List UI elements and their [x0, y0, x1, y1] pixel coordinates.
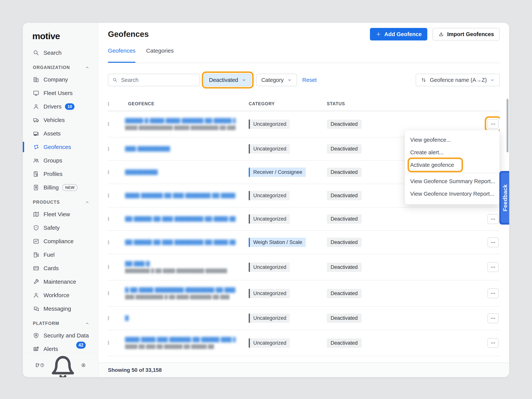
sidebar-item-workforce[interactable]: Workforce	[23, 288, 98, 302]
menu-item-create-alert[interactable]: Create alert...	[405, 146, 500, 159]
logbook-icon[interactable]	[35, 361, 40, 369]
sidebar-item-label: Drivers	[44, 103, 62, 110]
sidebar-item-fuel[interactable]: Fuel	[23, 248, 98, 261]
geofence-address-redacted: ████ ██ ███ ██ ██████ ██ █████ ██	[125, 344, 236, 349]
row-actions-button[interactable]	[488, 238, 499, 247]
menu-item-view-geofence-inventory-report[interactable]: View Geofence Inventory Report...	[405, 188, 500, 200]
sidebar-item-geofences[interactable]: Geofences	[23, 140, 98, 154]
ellipsis-icon	[490, 340, 496, 346]
import-geofences-button[interactable]: Import Geofences	[433, 28, 500, 40]
row-checkbox[interactable]	[108, 122, 109, 126]
sidebar-section-organization[interactable]: ORGANIZATION	[23, 62, 98, 73]
notifications-button[interactable]: 42	[45, 347, 81, 377]
search-input[interactable]	[121, 77, 195, 83]
geofence-name-link-redacted[interactable]: ██ █████ ██ ███ ████████ ██ ████ ██	[125, 240, 236, 245]
menu-item-view-geofence[interactable]: View geofence...	[405, 133, 500, 146]
sidebar-item-billing[interactable]: BillingNEW	[23, 181, 98, 194]
filter-bar: Deactivated Category Reset Geofence name…	[108, 71, 500, 89]
sidebar-item-security-and-data[interactable]: Security and Data	[23, 329, 98, 342]
row-actions-button[interactable]	[488, 288, 499, 298]
geofence-name-link-redacted[interactable]: █	[125, 315, 236, 321]
add-geofence-button[interactable]: Add Geofence	[370, 28, 428, 40]
row-actions-button[interactable]	[488, 119, 499, 129]
geofence-name-link-redacted[interactable]: █ ██ ████ ████████ ████████ ██ ███	[125, 287, 236, 293]
sidebar-item-messaging[interactable]: Messaging	[23, 302, 98, 315]
menu-item-activate-geofence[interactable]: Activate geofence	[405, 159, 500, 171]
category-filter-label: Category	[261, 77, 284, 83]
table-row	[108, 356, 500, 362]
doc-gear-icon	[33, 171, 39, 177]
sidebar-item-safety[interactable]: Safety	[23, 221, 98, 234]
row-checkbox[interactable]	[108, 147, 109, 151]
row-checkbox[interactable]	[108, 341, 109, 345]
table-row: ████ ████ ███ ██████ ██ █████ ███ ██████…	[108, 330, 500, 356]
monitor-icon	[33, 90, 39, 96]
sort-dropdown[interactable]: Geofence name (A→Z)	[416, 74, 500, 86]
sidebar-item-assets[interactable]: Assets	[23, 127, 98, 140]
tab-categories[interactable]: Categories	[146, 48, 174, 63]
sidebar-item-search[interactable]: Search	[23, 46, 98, 59]
sidebar-item-company[interactable]: Company	[23, 73, 98, 86]
search-input-box[interactable]	[108, 74, 200, 86]
sidebar-item-groups[interactable]: Groups	[23, 154, 98, 167]
status-filter-dropdown[interactable]: Deactivated	[204, 74, 251, 86]
sidebar-item-compliance[interactable]: Compliance	[23, 234, 98, 248]
map-icon	[33, 211, 39, 218]
category-filter-dropdown[interactable]: Category	[256, 74, 297, 86]
geofence-name-link-redacted[interactable]: ██ █████ ██ ███ ████████ ██ ████ ██	[125, 216, 236, 222]
account-icon[interactable]	[81, 361, 86, 369]
category-badge: Uncategorized	[249, 191, 290, 200]
row-actions-button[interactable]	[488, 313, 499, 323]
select-all-checkbox[interactable]	[108, 102, 109, 106]
sidebar-section-products[interactable]: PRODUCTS	[23, 197, 98, 208]
row-checkbox[interactable]	[108, 291, 109, 295]
category-badge: Uncategorized	[249, 214, 290, 224]
help-icon[interactable]	[40, 361, 44, 369]
geofence-name-link-redacted[interactable]: █████████	[125, 170, 236, 175]
geofence-name-link-redacted[interactable]: ███ █████████	[125, 146, 236, 152]
row-checkbox[interactable]	[108, 193, 109, 198]
sidebar-item-fleet-users[interactable]: Fleet Users	[23, 86, 98, 100]
geofence-name-link-redacted[interactable]: █████ █ ████ ████ ██████ ██ █████ ███	[125, 118, 236, 124]
table-row: ██ ███ █████████ █ ██ ████ █████████ ███…	[108, 254, 500, 280]
reset-filters-link[interactable]: Reset	[302, 77, 317, 83]
row-checkbox[interactable]	[108, 170, 109, 174]
sidebar-item-profiles[interactable]: Profiles	[23, 167, 98, 181]
person-icon	[33, 103, 39, 110]
sidebar-item-label: Search	[44, 50, 62, 56]
sidebar-item-drivers[interactable]: Drivers10	[23, 100, 98, 113]
tab-geofences[interactable]: Geofences	[108, 48, 135, 63]
row-checkbox[interactable]	[108, 316, 109, 320]
row-actions-button[interactable]	[488, 262, 499, 272]
row-actions-button[interactable]	[488, 214, 499, 224]
sidebar-section-platform[interactable]: PLATFORM	[23, 318, 98, 329]
chevron-down-icon	[241, 77, 247, 82]
sort-arrows-icon	[421, 77, 427, 83]
highlight-ring-status-filter: Deactivated	[202, 71, 254, 89]
column-header-status: STATUS	[327, 101, 488, 106]
sidebar-item-vehicles[interactable]: Vehicles	[23, 113, 98, 127]
row-checkbox[interactable]	[108, 265, 109, 269]
sidebar-item-maintenance[interactable]: Maintenance	[23, 275, 98, 288]
vertical-scrollbar[interactable]	[507, 99, 508, 152]
person-icon	[33, 292, 39, 298]
status-badge: Deactivated	[327, 238, 361, 247]
table-row: ██ █████ ██ ███ ████████ ██ ████ ██Uncat…	[108, 208, 500, 231]
menu-item-view-geofence-summary-report[interactable]: View Geofence Summary Report...	[405, 175, 500, 188]
sidebar-item-fleet-view[interactable]: Fleet View	[23, 208, 98, 221]
category-badge: Uncategorized	[249, 338, 290, 348]
geofence-name-link-redacted[interactable]: ██ ███ █	[125, 261, 236, 267]
table-row: █ ██ ████ ████████ ████████ ██ ██████ ██…	[108, 280, 500, 307]
geofence-name-link-redacted[interactable]: ████ ██████ ██ ███ ███████ ██ ████ █	[125, 193, 236, 199]
row-checkbox[interactable]	[108, 240, 109, 245]
status-badge: Deactivated	[327, 120, 361, 129]
count-badge: 10	[65, 103, 75, 110]
row-checkbox[interactable]	[108, 217, 109, 221]
search-icon	[113, 77, 118, 83]
chevron-down-icon	[287, 77, 292, 82]
feedback-button[interactable]: Feedback	[499, 171, 509, 225]
sidebar-item-cards[interactable]: Cards	[23, 261, 98, 275]
row-actions-button[interactable]	[488, 338, 499, 348]
category-badge: Uncategorized	[249, 120, 290, 129]
geofence-name-link-redacted[interactable]: ████ ████ ███ ██████ ██ █████ ███ ███	[125, 337, 236, 342]
